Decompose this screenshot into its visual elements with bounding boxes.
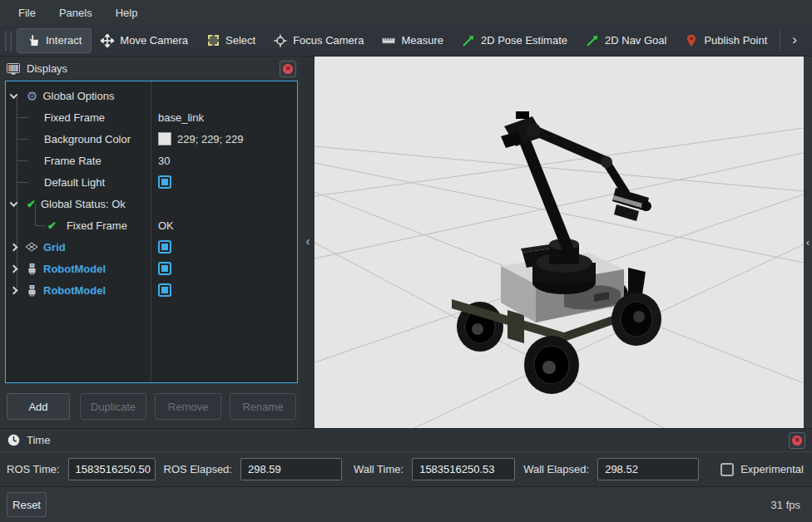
default-light-checkbox[interactable] [158, 175, 171, 189]
tool-label: Select [225, 34, 255, 47]
experimental-checkbox[interactable] [720, 463, 734, 476]
chevron-down-icon[interactable] [10, 199, 18, 207]
wall-elapsed-input[interactable]: 298.52 [597, 458, 699, 480]
menu-help[interactable]: Help [106, 3, 148, 22]
clock-icon [7, 434, 20, 447]
robot-icon [25, 262, 38, 275]
toolbar-overflow-chevron-icon[interactable]: › [787, 30, 805, 52]
add-button[interactable]: Add [7, 393, 70, 420]
robot-icon [25, 283, 38, 297]
tree-row-label: Background Color [44, 133, 131, 145]
status-ok-check-icon: ✔ [47, 220, 57, 231]
tool-label: Move Camera [120, 34, 188, 47]
tree-row-label: Fixed Frame [67, 219, 127, 232]
tree-row-label: Frame Rate [44, 155, 102, 167]
status-bar: Reset 31 fps [0, 486, 812, 522]
grid-icon [25, 240, 38, 254]
move-arrows-icon [101, 34, 114, 47]
menu-file[interactable]: File [8, 3, 46, 22]
move-camera-tool-button[interactable]: Move Camera [92, 29, 197, 52]
fixed-frame-value[interactable]: base_link [158, 111, 204, 124]
tree-row-fixed-frame-status[interactable]: ✔ Fixed Frame OK [6, 214, 297, 236]
color-swatch[interactable] [158, 132, 171, 145]
tree-row-default-light[interactable]: Default Light [6, 171, 297, 193]
time-panel: Time ✕ ROS Time: 1583516250.50 ROS Elaps… [0, 428, 812, 486]
tree-row-fixed-frame[interactable]: Fixed Frame base_link [6, 106, 297, 128]
rviz-window: File Panels Help Interact Move Camera Se… [0, 0, 812, 522]
close-icon: ✕ [792, 436, 802, 446]
ruler-icon [382, 34, 395, 47]
3d-viewport[interactable] [314, 57, 804, 428]
pose-estimate-tool-button[interactable]: 2D Pose Estimate [453, 29, 577, 52]
time-panel-header: Time ✕ [0, 429, 812, 452]
green-arrow-icon [462, 34, 475, 47]
displays-panel-title: Displays [27, 62, 273, 75]
time-panel-title: Time [27, 434, 782, 446]
gear-icon: ⚙ [27, 90, 37, 102]
background-color-value[interactable]: 229; 229; 229 [177, 133, 244, 145]
time-close-button[interactable]: ✕ [789, 432, 805, 449]
wall-elapsed-label: Wall Elapsed: [523, 463, 589, 475]
chevron-right-icon[interactable] [10, 264, 18, 273]
displays-monitor-icon [7, 62, 20, 76]
fixed-frame-status-value: OK [158, 219, 174, 232]
tree-row-robotmodel-1[interactable]: RobotModel [6, 258, 297, 279]
measure-tool-button[interactable]: Measure [373, 29, 453, 52]
ros-elapsed-label: ROS Elapsed: [164, 463, 232, 475]
panel-collapse-handle-left[interactable]: ‹ [301, 57, 314, 428]
tool-label: 2D Nav Goal [605, 34, 666, 47]
menu-panels[interactable]: Panels [49, 3, 102, 22]
nav-goal-tool-button[interactable]: 2D Nav Goal [577, 29, 676, 52]
tree-row-background-color[interactable]: Background Color 229; 229; 229 [6, 128, 297, 150]
publish-point-tool-button[interactable]: Publish Point [676, 29, 776, 52]
tree-row-label: RobotModel [43, 284, 106, 297]
fps-counter: 31 fps [771, 499, 800, 511]
tool-label: Measure [401, 34, 443, 47]
chevron-right-icon[interactable] [10, 286, 18, 294]
duplicate-button: Duplicate [80, 393, 146, 420]
time-fields-row: ROS Time: 1583516250.50 ROS Elapsed: 298… [0, 452, 812, 486]
ros-time-label: ROS Time: [7, 463, 60, 475]
close-icon: ✕ [283, 64, 293, 74]
ros-elapsed-input[interactable]: 298.59 [240, 458, 342, 480]
status-ok-check-icon: ✔ [27, 199, 36, 209]
map-pin-icon [685, 34, 698, 47]
focus-camera-tool-button[interactable]: Focus Camera [265, 29, 373, 52]
tool-label: Focus Camera [293, 34, 364, 47]
rename-button: Rename [230, 393, 296, 420]
tree-row-global-status[interactable]: ✔ Global Status: Ok [6, 193, 297, 214]
displays-button-row: Add Duplicate Remove Rename [7, 393, 296, 420]
grid-enabled-checkbox[interactable] [158, 240, 171, 254]
displays-close-button[interactable]: ✕ [280, 61, 296, 77]
remove-button: Remove [155, 393, 221, 420]
experimental-label: Experimental [740, 463, 804, 475]
chevron-down-icon[interactable] [10, 91, 18, 99]
displays-panel: Displays ✕ ⚙ [0, 57, 301, 428]
main-area: Displays ✕ ⚙ [0, 57, 812, 428]
rover-scene [314, 57, 804, 428]
displays-panel-header: Displays ✕ [0, 57, 301, 81]
panel-collapse-handle-right[interactable]: ‹ [804, 57, 812, 428]
toolbar: Interact Move Camera Select Focus Camera… [0, 25, 812, 57]
interact-tool-button[interactable]: Interact [17, 28, 92, 53]
reset-button[interactable]: Reset [7, 492, 47, 517]
chevron-right-icon[interactable] [10, 243, 18, 251]
tree-row-robotmodel-2[interactable]: RobotModel [6, 279, 297, 301]
tree-row-label: Global Options [42, 90, 114, 102]
tree-row-frame-rate[interactable]: Frame Rate 30 [6, 150, 297, 171]
tree-row-global-options[interactable]: ⚙ Global Options [6, 85, 297, 106]
select-tool-button[interactable]: Select [197, 29, 265, 52]
robotmodel-enabled-checkbox[interactable] [158, 283, 171, 297]
wall-time-input[interactable]: 1583516250.53 [412, 458, 515, 480]
tool-label: Interact [46, 34, 82, 47]
tree-row-grid[interactable]: Grid [6, 236, 297, 258]
wall-time-label: Wall Time: [354, 463, 404, 475]
robotmodel-enabled-checkbox[interactable] [158, 262, 171, 275]
frame-rate-value[interactable]: 30 [158, 155, 170, 167]
menu-bar: File Panels Help [0, 0, 812, 25]
toolbar-drag-handle[interactable] [5, 31, 12, 51]
tree-row-label: Default Light [44, 176, 105, 189]
selection-box-icon [206, 34, 220, 47]
ros-time-input[interactable]: 1583516250.50 [68, 458, 156, 480]
green-arrow-icon [586, 34, 599, 47]
